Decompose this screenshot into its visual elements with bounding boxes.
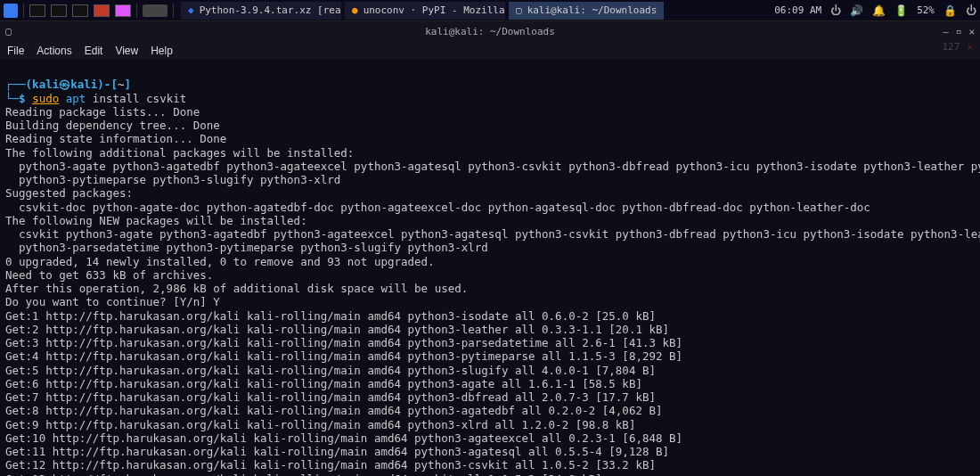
- firefox-icon: ●: [352, 4, 358, 16]
- launcher-icon[interactable]: [51, 4, 67, 17]
- window-title: kali@kali: ~/Downloads: [425, 26, 555, 37]
- battery-icon[interactable]: 🔋: [894, 4, 908, 17]
- tray-icon[interactable]: ⏻: [830, 4, 841, 17]
- lock-icon[interactable]: 🔒: [943, 4, 957, 17]
- menu-actions[interactable]: Actions: [37, 45, 71, 57]
- system-taskbar: ◆ Python-3.9.4.tar.xz [rea... ● unoconv …: [0, 0, 980, 21]
- prompt-line: ┌──(kali㉿kali)-[~]: [5, 78, 131, 91]
- kali-logo-icon[interactable]: [4, 4, 18, 18]
- launcher-icon[interactable]: [29, 4, 45, 17]
- prompt-line: └─$ sudo apt install csvkit: [5, 92, 186, 105]
- task-button-label: Python-3.9.4.tar.xz [rea...: [200, 4, 341, 16]
- window-icon: ▢: [5, 25, 12, 37]
- cmd-sudo: sudo: [32, 92, 59, 105]
- menu-view[interactable]: View: [115, 45, 138, 57]
- cmd-args: install csvkit: [86, 92, 186, 105]
- taskbar-separator: [136, 4, 137, 18]
- battery-percent: 52%: [917, 4, 935, 16]
- clock[interactable]: 06:09 AM: [774, 4, 821, 16]
- power-icon[interactable]: ⏻: [966, 4, 976, 17]
- task-button-label: kali@kali: ~/Downloads: [527, 4, 657, 16]
- menu-edit[interactable]: Edit: [85, 45, 103, 57]
- task-button-label: unoconv · PyPI - Mozilla ...: [363, 4, 505, 16]
- launcher-icon[interactable]: [72, 4, 88, 17]
- terminal-scrollback: Reading package lists... Done Building d…: [5, 105, 975, 476]
- taskbar-separator: [173, 4, 174, 18]
- workspace-switcher[interactable]: [143, 4, 167, 17]
- launcher-icons: [29, 4, 131, 17]
- minimize-button[interactable]: —: [943, 26, 949, 37]
- launcher-icon[interactable]: [94, 4, 110, 17]
- volume-icon[interactable]: 🔊: [850, 4, 863, 17]
- notification-icon[interactable]: 🔔: [872, 4, 886, 17]
- maximize-button[interactable]: ▫: [956, 26, 962, 37]
- system-tray: 06:09 AM ⏻ 🔊 🔔 🔋 52% 🔒 ⏻: [774, 4, 976, 17]
- taskbar-separator: [23, 4, 24, 18]
- background-browser-tabcount: 127 ✕: [943, 41, 974, 53]
- task-button-terminal[interactable]: ▢ kali@kali: ~/Downloads: [509, 2, 664, 20]
- task-button-python[interactable]: ◆ Python-3.9.4.tar.xz [rea...: [181, 2, 341, 20]
- close-tab-icon: ✕: [967, 41, 973, 53]
- python-icon: ◆: [188, 4, 194, 16]
- window-controls: — ▫ ✕: [943, 26, 975, 37]
- menu-help[interactable]: Help: [151, 45, 173, 57]
- taskbar-left: ◆ Python-3.9.4.tar.xz [rea... ● unoconv …: [4, 2, 664, 20]
- cmd-apt: apt: [66, 92, 86, 105]
- menu-file[interactable]: File: [7, 45, 24, 57]
- window-titlebar[interactable]: ▢ kali@kali: ~/Downloads — ▫ ✕: [0, 21, 980, 41]
- app-menubar: File Actions Edit View Help: [0, 41, 980, 61]
- tab-count: 127: [943, 41, 960, 53]
- task-button-firefox[interactable]: ● unoconv · PyPI - Mozilla ...: [345, 2, 505, 20]
- terminal-icon: ▢: [516, 4, 522, 16]
- terminal-output[interactable]: ┌──(kali㉿kali)-[~] └─$ sudo apt install …: [0, 61, 980, 476]
- close-button[interactable]: ✕: [968, 26, 975, 37]
- launcher-icon[interactable]: [115, 4, 131, 17]
